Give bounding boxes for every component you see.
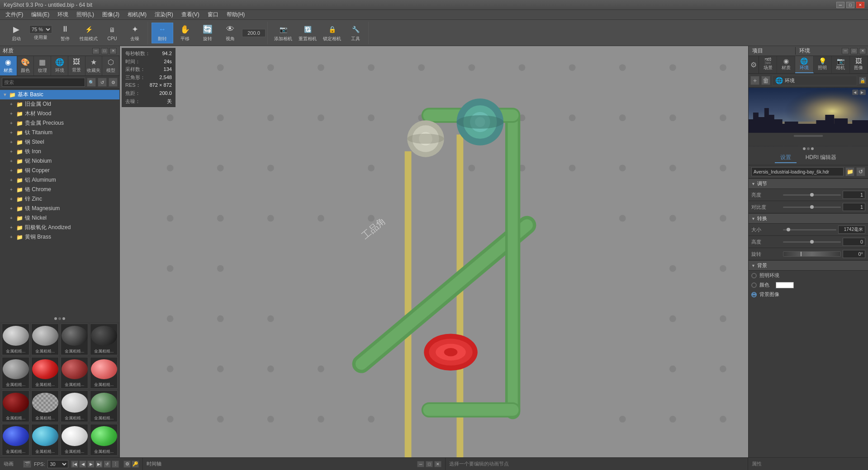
mat-item-basic[interactable]: ▼ 📁 基本 Basic [0,90,119,99]
mat-item-chrome[interactable]: + 📁 铬 Chrome [0,185,119,194]
radio-btn-bg-image[interactable] [751,292,757,297]
mat-thumb-1[interactable]: 金属粗糙... [2,324,29,355]
toolbar-rotate-button[interactable]: 🔄 旋转 [197,23,218,43]
proj-tab-camera[interactable]: 📷 相机 [832,56,850,73]
mat-item-steel[interactable]: + 📁 钢 Steel [0,137,119,147]
mat-thumb-11[interactable]: 金属粗糙... [61,390,88,422]
rotation-input[interactable] [843,250,865,258]
mat-item-titanium[interactable]: + 📁 钛 Titanium [0,128,119,137]
timeline-max-btn[interactable]: □ [426,461,433,467]
env-delete-btn[interactable]: 🗑 [761,76,770,85]
env-add-btn[interactable]: + [750,76,759,85]
toolbar-denoise-button[interactable]: ✦ 去噪 [124,23,146,43]
menu-lighting[interactable]: 照明(L) [73,10,98,19]
tab-materials[interactable]: ◉ 材质 [0,56,17,75]
anim-guide-btn[interactable]: 🎬 [23,461,31,468]
mat-thumb-14[interactable]: 金属粗糙... [31,424,59,456]
zoom-select[interactable]: 75 % 50 % 100 % [29,25,52,33]
menu-camera[interactable]: 相机(M) [124,10,150,19]
contrast-input[interactable] [843,203,865,211]
mat-item-aluminum[interactable]: + 📁 铝 Aluminum [0,175,119,185]
toolbar-performance-button[interactable]: ⚡ 性能模式 [77,23,100,43]
mat-item-magnesium[interactable]: + 📁 镁 Magnesium [0,204,119,213]
fps-select[interactable]: 30 24 60 [47,460,68,468]
proj-settings-btn[interactable]: ⚙ [749,56,759,73]
toolbar-tools-button[interactable]: 🔧 工具 [345,23,366,43]
env-lock-btn[interactable]: 🔒 [859,77,866,84]
anim-settings-btn[interactable]: ⚙ [123,461,131,468]
viewport[interactable]: 每秒帧数： 94.2 时间： 24s 采样数： 134 三角形： 2,548 R… [120,46,748,457]
toolbar-pause-button[interactable]: ⏸ 暂停 [54,23,76,43]
transport-start-btn[interactable]: |◀ [71,461,78,468]
brightness-slider-thumb[interactable] [810,193,814,197]
mat-thumb-15[interactable]: 金属粗糙... [61,424,88,456]
toolbar-cpu-button[interactable]: 🖥 CPU [101,23,123,43]
size-slider-thumb[interactable] [787,228,790,231]
toolbar-view-button[interactable]: 👁 视角 [219,23,241,43]
mat-panel-btn1[interactable]: ─ [92,48,100,54]
tab-settings[interactable]: 设置 [775,153,797,163]
size-slider[interactable] [783,229,836,230]
adjust-section-header[interactable]: ▼ 调节 [749,179,868,189]
maximize-button[interactable]: □ [846,2,854,8]
toolbar-pan-button[interactable]: ✋ 平移 [174,23,196,43]
mat-item-niobium[interactable]: + 📁 铌 Niobium [0,156,119,166]
rotation-slider[interactable] [783,251,841,257]
radio-btn-color[interactable] [751,282,757,288]
color-swatch[interactable] [776,282,794,288]
timeline-close-btn[interactable]: ✕ [434,461,441,467]
mat-item-nickel[interactable]: + 📁 镍 Nickel [0,213,119,223]
focal-length-input[interactable] [242,29,266,37]
mat-thumb-9[interactable]: 金属粗糙... [2,390,29,422]
timeline-min-btn[interactable]: ─ [417,461,424,467]
toolbar-lock-camera-button[interactable]: 🔒 锁定相机 [320,23,344,43]
transform-section-header[interactable]: ▼ 转换 [749,213,868,224]
anim-keyframe-btn[interactable]: 🔑 [132,461,139,468]
mat-thumb-7[interactable]: 金属粗糙... [61,357,88,389]
mat-thumb-16[interactable]: 金属粗糙... [90,424,118,456]
mat-thumb-13[interactable]: 金属粗糙... [2,424,29,456]
mat-panel-btn2[interactable]: □ [101,48,108,54]
tab-colors[interactable]: 🎨 颜色 [17,56,34,75]
brightness-input[interactable] [843,191,865,199]
mat-thumb-10[interactable]: 金属粗糙... [31,390,59,422]
brightness-slider[interactable] [783,194,841,196]
radio-btn-lighting-env[interactable] [751,273,757,278]
toolbar-add-camera-button[interactable]: 📷 添加相机 [271,23,295,43]
proj-tab-lighting[interactable]: 💡 照明 [814,56,832,73]
contrast-slider[interactable] [783,207,841,208]
env-panel-close-btn[interactable]: ✕ [859,48,866,54]
close-button[interactable]: ✕ [856,2,864,8]
env-panel-max-btn[interactable]: □ [850,48,858,54]
search-refresh-btn[interactable]: ↺ [98,78,107,87]
toolbar-reset-camera-button[interactable]: 🔃 重置相机 [296,23,319,43]
proj-tab-image[interactable]: 🖼 图像 [850,56,868,73]
mat-thumb-3[interactable]: 金属粗糙... [61,324,88,355]
height-slider[interactable] [783,241,841,243]
menu-help[interactable]: 帮助(H) [223,10,249,19]
tab-models[interactable]: ⬡ 模型 [102,56,119,75]
mat-item-iron[interactable]: + 📁 铁 Iron [0,147,119,156]
menu-image[interactable]: 图像(J) [99,10,123,19]
transport-loop-btn[interactable]: ↺ [104,461,111,468]
menu-environment[interactable]: 环境 [54,10,72,19]
minimize-button[interactable]: ─ [836,2,844,8]
env-tree-item[interactable]: 🌐 环境 [772,75,857,85]
transport-play-btn[interactable]: ▶ [87,461,95,468]
mat-item-brass[interactable]: + 📁 黄铜 Brass [0,232,119,242]
transport-prev-btn[interactable]: ◀ [79,461,86,468]
search-settings-btn[interactable]: ⚙ [109,78,118,87]
transport-next-btn[interactable]: ▶| [95,461,103,468]
tab-environment[interactable]: 🌐 环境 [51,56,68,75]
mat-thumb-8[interactable]: 金属粗糙... [90,357,118,389]
mat-item-anodized[interactable]: + 📁 阳极氧化 Anodized [0,223,119,232]
background-section-header[interactable]: ▼ 背景 [749,260,868,271]
transport-more-btn[interactable]: ⋮ [112,461,119,468]
proj-tab-material[interactable]: ◉ 材质 [777,56,795,73]
toolbar-flip-button[interactable]: ↔ 翻转 [152,23,173,43]
tab-background[interactable]: 🖼 背景 [68,56,85,75]
mat-thumb-6[interactable]: 金属粗糙... [31,357,59,389]
height-input[interactable] [843,238,865,246]
tab-favorites[interactable]: ★ 收藏夹 [85,56,103,75]
menu-file[interactable]: 文件(F) [2,10,27,19]
